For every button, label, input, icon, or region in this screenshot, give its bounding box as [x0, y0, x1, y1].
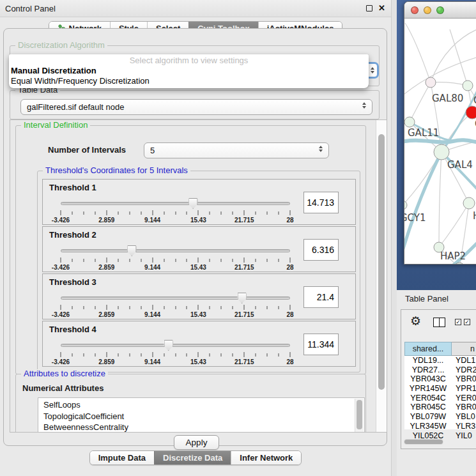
zoom-traffic-light[interactable]: [436, 6, 444, 14]
threshold-slider[interactable]: -3.4262.8599.14415.4321.71528: [61, 292, 290, 319]
scrollbar-thumb[interactable]: [404, 440, 443, 444]
network-node[interactable]: [426, 77, 436, 88]
column-header-shared-name[interactable]: shared...: [404, 342, 452, 356]
popup-item-equal-width-frequency[interactable]: Equal Width/Frequency Discretization: [9, 76, 369, 86]
table-row[interactable]: YBL079WYBL0: [404, 412, 476, 422]
tick-mark: [244, 210, 245, 215]
control-panel: Control Panel ✕ NetworkStyleSelectCyni T…: [0, 0, 391, 476]
settings-scrollbar[interactable]: [376, 120, 387, 432]
network-node-label: HAP2: [440, 250, 466, 262]
tick-mark: [72, 306, 72, 309]
popup-item-manual-discretization[interactable]: Manual Discretization: [9, 66, 369, 76]
slider-track[interactable]: [61, 202, 290, 205]
network-edge[interactable]: [439, 203, 469, 247]
tab-infer-network[interactable]: Infer Network: [231, 451, 301, 464]
float-window-icon[interactable]: [366, 5, 372, 12]
slider-track[interactable]: [61, 296, 290, 300]
network-node[interactable]: [463, 81, 473, 91]
attribute-item-betweennesscentrality[interactable]: BetweennessCentrality: [43, 422, 364, 433]
tick-mark: [72, 259, 72, 262]
checkbox-checked-icon[interactable]: ✓: [455, 319, 461, 325]
network-desktop: GAL80GCGAL11GAL4GCY1HHAP2: [397, 0, 476, 290]
network-node[interactable]: [404, 117, 415, 127]
close-traffic-light[interactable]: [411, 6, 418, 14]
threshold-slider[interactable]: -3.4262.8599.14415.4321.71528: [61, 245, 290, 272]
slider-thumb[interactable]: [237, 293, 247, 303]
tick-mark: [187, 211, 187, 215]
network-node[interactable]: [463, 197, 475, 209]
table-horizontal-scrollbar[interactable]: [404, 439, 443, 445]
tick-mark: [175, 353, 176, 357]
network-edge[interactable]: [450, 29, 468, 86]
slider-track[interactable]: [61, 249, 290, 252]
table-data-combobox[interactable]: galFiltered.sif default node: [20, 99, 372, 115]
attribute-item-topologicalcoefficient[interactable]: TopologicalCoefficient: [43, 411, 364, 422]
network-edge[interactable]: [410, 82, 431, 122]
combo-arrows-icon: [362, 102, 366, 109]
right-region: GAL80GCGAL11GAL4GCY1HHAP2 Table Panel ⚙ …: [397, 0, 476, 476]
scrollbar-thumb[interactable]: [378, 134, 385, 390]
scale-label: 2.859: [98, 311, 114, 318]
tick-mark: [244, 352, 245, 357]
number-of-intervals-combobox[interactable]: 5: [144, 142, 329, 158]
slider-thumb[interactable]: [188, 198, 198, 209]
table-row[interactable]: YER054CYER0: [404, 394, 476, 403]
apply-button[interactable]: Apply: [174, 435, 219, 450]
algorithm-prompt-item[interactable]: Select algorithm to view settings: [9, 56, 369, 66]
tick-mark: [267, 353, 268, 357]
table-panel-title: Table Panel: [405, 294, 449, 303]
network-view-window[interactable]: GAL80GCGAL11GAL4GCY1HHAP2: [404, 1, 476, 265]
network-node[interactable]: [434, 144, 449, 160]
numerical-attributes-list[interactable]: SelfLoopsTopologicalCoefficientBetweenne…: [38, 397, 365, 433]
slider-scale-labels: -3.4262.8599.14415.4321.71528: [61, 217, 290, 224]
slider-track[interactable]: [61, 344, 290, 347]
tick-mark: [279, 353, 279, 357]
table-row[interactable]: YPR145WYPR1: [404, 384, 476, 394]
network-canvas[interactable]: GAL80GCGAL11GAL4GCY1HHAP2: [404, 19, 476, 264]
attributes-scrollbar[interactable]: [355, 399, 364, 433]
minimize-traffic-light[interactable]: [424, 6, 431, 14]
table-row[interactable]: YDL19...YDL1: [404, 356, 476, 365]
threshold-value-field[interactable]: [303, 286, 339, 308]
slider-thumb[interactable]: [164, 340, 173, 351]
checkbox-checked-icon[interactable]: ✓: [464, 319, 470, 325]
column-header-name[interactable]: n: [452, 342, 476, 356]
tab-discretize-data[interactable]: Discretize Data: [154, 451, 231, 464]
cell-name: YLR3: [452, 422, 476, 431]
table-row[interactable]: YBR043CYBR0: [404, 374, 476, 384]
gear-icon[interactable]: ⚙: [410, 315, 421, 327]
attribute-item-selfloops[interactable]: SelfLoops: [43, 399, 364, 411]
threshold-value-field[interactable]: [303, 239, 339, 261]
tick-mark: [233, 306, 233, 309]
table-row[interactable]: YLR345WYLR3: [404, 422, 476, 431]
slider-ticks: [61, 305, 290, 311]
network-edge[interactable]: [405, 23, 431, 82]
network-edge[interactable]: [439, 152, 441, 247]
tick-mark: [279, 259, 279, 262]
scrollbar-thumb[interactable]: [357, 400, 362, 429]
network-edge-highlighted[interactable]: [404, 140, 476, 142]
tick-mark: [152, 210, 153, 215]
tab-impute-data[interactable]: Impute Data: [90, 451, 154, 464]
network-node[interactable]: [404, 201, 407, 210]
network-edge[interactable]: [431, 27, 476, 82]
panel-divider[interactable]: [391, 0, 397, 476]
network-node[interactable]: [466, 106, 476, 119]
threshold-slider[interactable]: -3.4262.8599.14415.4321.71528: [61, 339, 290, 366]
table-row[interactable]: YBR045CYBR0: [404, 403, 476, 412]
threshold-panel: Threshold 2 -3.4262.8599.14415.4321.7152…: [42, 226, 356, 272]
threshold-value-field[interactable]: [303, 192, 339, 213]
cell-name: YBL0: [452, 412, 476, 422]
tick-mark: [175, 259, 176, 262]
cyni-toolbox-content: Discretization Algorithm Select algorith…: [3, 28, 387, 446]
slider-thumb[interactable]: [127, 245, 137, 256]
network-edge[interactable]: [431, 82, 468, 86]
threshold-slider[interactable]: -3.4262.8599.14415.4321.71528: [61, 197, 290, 224]
cell-name: YIL0: [452, 431, 476, 441]
table-row[interactable]: YDR27...YDR2: [404, 365, 476, 375]
threshold-value-field[interactable]: [303, 334, 339, 355]
tick-mark: [290, 352, 291, 357]
close-icon[interactable]: ✕: [378, 3, 385, 13]
network-window-titlebar[interactable]: [404, 2, 476, 19]
columns-icon[interactable]: [433, 318, 445, 327]
